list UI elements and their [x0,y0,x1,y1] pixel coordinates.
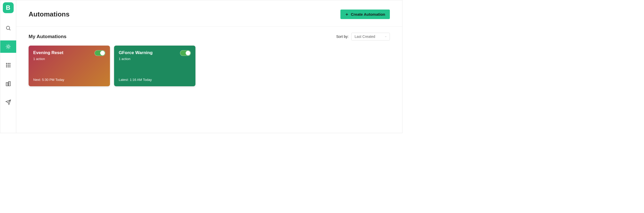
svg-point-12 [8,63,8,64]
sort-label: Sort by: [336,35,349,39]
sort-value: Last Created [355,35,375,39]
svg-point-0 [6,26,10,30]
svg-point-11 [6,63,7,64]
svg-line-9 [6,48,7,48]
svg-point-16 [10,65,10,66]
card-header: GForce Warning 1 action [119,50,191,61]
page-header: Automations Create Automation [16,0,402,27]
chevron-down-icon [384,35,387,38]
svg-point-2 [7,46,9,47]
svg-point-13 [10,63,10,64]
svg-line-1 [9,29,10,30]
sort-select[interactable]: Last Created [351,33,390,40]
card-footer: Next: 5:30 PM Today [33,78,105,82]
apps-grid-icon[interactable] [0,59,16,71]
page-title: Automations [29,10,70,18]
svg-line-7 [6,45,7,45]
card-actions-count: 1 action [33,57,63,61]
svg-line-8 [9,48,10,48]
card-toggle[interactable] [180,50,191,56]
card-title: GForce Warning [119,50,153,55]
automation-card[interactable]: Evening Reset 1 action Next: 5:30 PM Tod… [29,46,110,86]
card-footer: Latest: 1:16 AM Today [119,78,191,82]
sort-group: Sort by: Last Created [336,33,390,40]
plus-icon [345,13,349,16]
section-title: My Automations [29,34,66,39]
svg-line-10 [9,45,10,45]
buildings-icon[interactable] [0,78,16,90]
card-title: Evening Reset [33,50,63,55]
card-toggle[interactable] [95,50,105,56]
svg-point-15 [8,65,8,66]
search-icon[interactable] [0,22,16,34]
app-logo[interactable]: B [3,2,14,13]
svg-point-18 [8,66,8,67]
create-button-label: Create Automation [351,12,385,16]
svg-point-19 [10,66,10,67]
toggle-knob [100,51,105,55]
card-header: Evening Reset 1 action [33,50,105,61]
create-automation-button[interactable]: Create Automation [340,10,390,19]
main-content: Automations Create Automation My Automat… [16,0,402,133]
toggle-knob [186,51,190,55]
card-actions-count: 1 action [119,57,153,61]
svg-point-14 [6,65,7,66]
sidebar: B [0,0,16,133]
automation-card[interactable]: GForce Warning 1 action Latest: 1:16 AM … [114,46,195,86]
content-area: My Automations Sort by: Last Created Eve… [16,27,402,92]
send-icon[interactable] [0,96,16,108]
svg-point-17 [6,66,7,67]
cards-container: Evening Reset 1 action Next: 5:30 PM Tod… [29,46,390,86]
automations-icon[interactable] [0,40,16,53]
section-header: My Automations Sort by: Last Created [29,33,390,40]
svg-rect-20 [6,82,8,86]
